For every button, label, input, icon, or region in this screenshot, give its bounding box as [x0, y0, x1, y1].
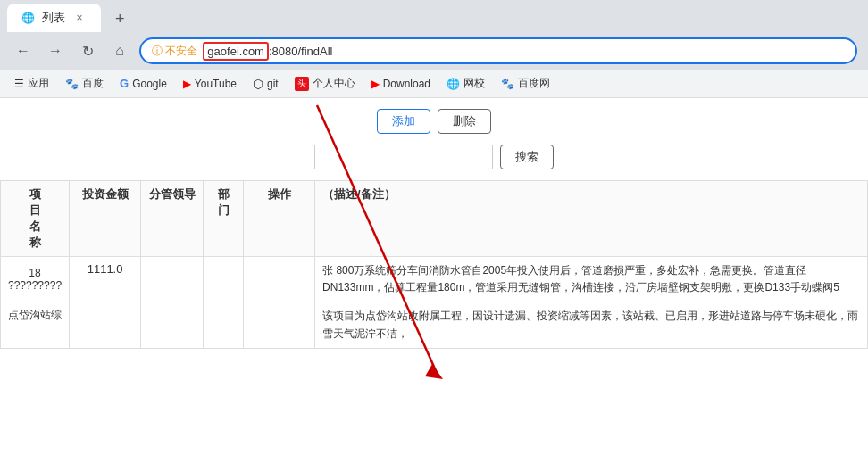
cell-project-2: 点岱沟站综 [1, 302, 70, 348]
data-table: 项 目 名 称 投资金额 分管领导 部 门 操作 （描述/备注） 18 ????… [0, 180, 868, 349]
bookmark-youtube[interactable]: ▶ YouTube [176, 75, 244, 93]
th-department: 部 门 [204, 181, 244, 257]
google-icon: G [120, 77, 129, 90]
bookmark-apps[interactable]: ☰ 应用 [7, 73, 56, 94]
security-indicator: ⓘ 不安全 [152, 44, 197, 59]
bookmarks-bar: ☰ 应用 🐾 百度 G Google ▶ YouTube ⬡ git 头 个人中… [0, 70, 868, 98]
baidu-icon: 🐾 [65, 78, 79, 90]
bookmark-wangxiao[interactable]: 🌐 网校 [439, 73, 492, 94]
address-path: :8080/findAll [269, 45, 333, 58]
th-description: （描述/备注） [315, 181, 868, 257]
bookmark-personal[interactable]: 头 个人中心 [288, 73, 363, 94]
search-button[interactable]: 搜索 [500, 145, 554, 169]
bookmark-baiduwang-label: 百度网 [518, 76, 550, 91]
cell-department-2 [204, 302, 244, 348]
personal-icon: 头 [295, 77, 309, 91]
th-operation: 操作 [244, 181, 315, 257]
back-button[interactable]: ← [11, 38, 36, 63]
cell-description-1: 张 800万系统筛分车间消防水管自2005年投入使用后，管道磨损严重，多处宏补，… [315, 257, 868, 302]
cell-project-1: 18 ????????? [1, 257, 70, 302]
cell-investment-2 [70, 302, 141, 348]
delete-button[interactable]: 删除 [438, 109, 491, 134]
forward-button[interactable]: → [43, 38, 68, 63]
add-button[interactable]: 添加 [377, 109, 430, 134]
git-icon: ⬡ [253, 77, 263, 91]
bookmark-google-label: Google [132, 78, 167, 90]
cell-department-1 [204, 257, 244, 302]
tab-bar: 🌐 列表 × + [0, 0, 868, 32]
cell-description-2: 该项目为点岱沟站改附属工程，因设计遗漏、投资缩减等因素，该站截、已启用，形进站道… [315, 302, 868, 348]
new-tab-button[interactable]: + [108, 6, 132, 32]
th-supervisor: 分管领导 [141, 181, 204, 257]
tab-close-button[interactable]: × [72, 11, 87, 25]
baiduwang-icon: 🐾 [501, 78, 514, 90]
bookmark-baidu[interactable]: 🐾 百度 [58, 73, 111, 94]
bookmark-download[interactable]: ▶ Download [364, 75, 438, 93]
cell-operation-1 [244, 257, 315, 302]
wangxiao-icon: 🌐 [447, 78, 460, 90]
address-domain-highlight: gaofei.com [203, 42, 269, 61]
refresh-button[interactable]: ↻ [75, 38, 100, 63]
bookmark-git[interactable]: ⬡ git [246, 74, 286, 94]
table-header-row: 项 目 名 称 投资金额 分管领导 部 门 操作 （描述/备注） [1, 181, 868, 257]
search-input[interactable] [314, 145, 493, 169]
address-domain: gaofei.com:8080/findAll [203, 45, 332, 58]
bookmark-wangxiao-label: 网校 [463, 76, 485, 91]
cell-investment-1: 1111.0 [70, 257, 141, 302]
bookmark-download-label: Download [383, 78, 430, 90]
svg-marker-1 [425, 364, 443, 379]
bookmark-git-label: git [267, 78, 279, 90]
cell-supervisor-1 [141, 257, 204, 302]
apps-icon: ☰ [14, 78, 24, 90]
table-area: 项 目 名 称 投资金额 分管领导 部 门 操作 （描述/备注） 18 ????… [0, 180, 868, 349]
table-row: 18 ????????? 1111.0 张 800万系统筛分车间消防水管自200… [1, 257, 868, 302]
download-icon: ▶ [371, 78, 380, 90]
youtube-icon: ▶ [183, 78, 191, 90]
bookmark-apps-label: 应用 [28, 76, 49, 91]
address-bar[interactable]: ⓘ 不安全 gaofei.com:8080/findAll [139, 37, 857, 64]
search-area: 搜索 [0, 141, 868, 180]
cell-supervisor-2 [141, 302, 204, 348]
cell-operation-2 [244, 302, 315, 348]
active-tab[interactable]: 🌐 列表 × [7, 4, 101, 32]
bookmark-baiduwang[interactable]: 🐾 百度网 [494, 73, 557, 94]
bookmark-baidu-label: 百度 [82, 76, 104, 91]
tab-icon: 🌐 [21, 12, 35, 24]
table-row: 点岱沟站综 该项目为点岱沟站改附属工程，因设计遗漏、投资缩减等因素，该站截、已启… [1, 302, 868, 348]
th-project-name: 项 目 名 称 [1, 181, 70, 257]
action-area: 添加 删除 [0, 98, 868, 141]
page-content: 添加 删除 搜索 项 目 名 称 投资金额 分管领导 部 门 操作 （描述/备注… [0, 98, 868, 463]
bookmark-google[interactable]: G Google [113, 74, 174, 93]
bookmark-personal-label: 个人中心 [313, 76, 355, 91]
home-button[interactable]: ⌂ [107, 38, 132, 63]
address-row: ← → ↻ ⌂ ⓘ 不安全 gaofei.com:8080/findAll [0, 32, 868, 70]
tab-title: 列表 [42, 10, 65, 26]
th-investment: 投资金额 [70, 181, 141, 257]
bookmark-youtube-label: YouTube [195, 78, 237, 90]
